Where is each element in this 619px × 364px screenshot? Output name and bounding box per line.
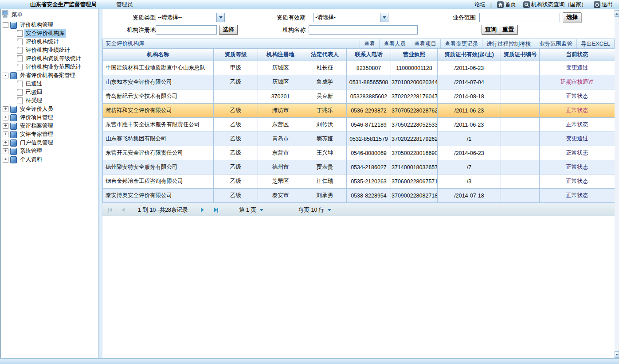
folder-icon bbox=[10, 106, 17, 113]
table-row[interactable]: 山东知本安全评价有限公司乙级历城区鲁成学0531-885655083701002… bbox=[103, 75, 615, 89]
sidebar-item[interactable]: +门户信息管理 bbox=[1, 139, 99, 147]
column-header[interactable]: 机构注册地 bbox=[258, 49, 303, 61]
home-link[interactable]: 首页 bbox=[497, 1, 516, 8]
sidebar-item[interactable]: +安评专家管理 bbox=[1, 130, 99, 139]
sidebar-item[interactable]: -评价机构管理 bbox=[1, 21, 99, 29]
table-row[interactable]: 山东赛飞特集团有限公司乙级青岛市窦苏娅0532-8581157937020222… bbox=[103, 132, 615, 146]
sidebar-item[interactable]: 安全评价机构库 bbox=[1, 29, 99, 38]
page-icon bbox=[17, 39, 23, 45]
table-row[interactable]: 德州聚安特安全服务有限公司乙级德州市贾表贵0534-21860273714000… bbox=[103, 160, 615, 174]
license-cell: 370705228028762 bbox=[391, 104, 438, 118]
query-button[interactable]: 查询 bbox=[482, 25, 500, 35]
scroll-up-button[interactable] bbox=[615, 10, 619, 17]
expand-icon[interactable]: + bbox=[3, 106, 8, 112]
column-header[interactable]: 机构名称 bbox=[103, 49, 214, 61]
sidebar-item[interactable]: 已驳回 bbox=[1, 88, 99, 97]
toolbar-button[interactable]: 查看项目 bbox=[410, 39, 440, 48]
sidebar-item[interactable]: -外省评价机构备案管理 bbox=[1, 71, 99, 80]
expand-icon[interactable]: + bbox=[3, 132, 8, 137]
forum-link[interactable]: 论坛 bbox=[474, 1, 486, 8]
table-row[interactable]: 东营开元安全评价有限责任公司乙级东营市王兴坤0546-8080069370500… bbox=[103, 146, 615, 160]
scope-input[interactable] bbox=[479, 13, 560, 22]
status-cell: 变更通过 bbox=[540, 61, 615, 75]
license-cell: 371400018032657 bbox=[391, 160, 438, 174]
reg-place-cell: 东营区 bbox=[258, 118, 303, 132]
folder-icon bbox=[10, 131, 17, 138]
toolbar-button[interactable]: 查看人员 bbox=[379, 39, 410, 48]
column-header[interactable]: 联系人电话 bbox=[347, 49, 391, 61]
page-selector[interactable]: 第 1 页 bbox=[239, 203, 263, 217]
filter-validity-label: 资质有效期 bbox=[249, 13, 306, 22]
dropdown-button[interactable] bbox=[216, 13, 224, 22]
status-cell: 正常状态 bbox=[540, 118, 615, 132]
toolbar-button[interactable]: 导出EXCEL bbox=[576, 39, 614, 48]
filter-type-label: 资质类型 bbox=[111, 13, 156, 22]
folder-icon bbox=[10, 114, 17, 121]
scroll-down-button[interactable] bbox=[615, 351, 619, 358]
page-size-selector[interactable]: 每页 10 行 bbox=[298, 203, 331, 217]
expand-icon[interactable]: + bbox=[3, 140, 8, 146]
table-row[interactable]: 泰安博奥安全评价有限公司乙级泰安市刘承勇0538-822895437090022… bbox=[103, 189, 615, 203]
sidebar-item-label: 安全评价人员 bbox=[19, 105, 55, 113]
table-row[interactable]: 东营市胜丰安全技术服务有限责任公司乙级东营区刘传洪0546-8712189370… bbox=[103, 118, 615, 132]
reg-select-button[interactable]: 选择 bbox=[219, 25, 238, 35]
column-header[interactable]: 法定代表人 bbox=[303, 49, 347, 61]
toolbar-button[interactable]: 查看变更记录 bbox=[440, 39, 482, 48]
collapse-icon[interactable]: - bbox=[3, 22, 8, 28]
toolbar-button[interactable]: 进行过程控制考核 bbox=[482, 39, 535, 48]
sidebar-item[interactable]: +安全评价人员 bbox=[1, 105, 99, 113]
legal-rep-cell: 吴克新 bbox=[303, 89, 347, 104]
reg-place-input[interactable] bbox=[156, 25, 217, 35]
sidebar-item[interactable]: 评价机构业绩统计 bbox=[1, 46, 99, 54]
table-row[interactable]: 中国建筑材料工业地质勘查中心山东总队甲级历城区杜长征82350807110000… bbox=[103, 61, 615, 75]
license-cell: 370500228016690 bbox=[391, 146, 438, 160]
toolbar-button[interactable]: 查看 bbox=[360, 39, 379, 48]
filter-validity-select[interactable]: -请选择- bbox=[313, 13, 388, 22]
cert-no-cell bbox=[501, 89, 540, 104]
column-header[interactable]: 营业执照 bbox=[391, 49, 438, 61]
column-header[interactable]: 资质等级 bbox=[214, 49, 258, 61]
sidebar-item[interactable]: 评价机构统计 bbox=[1, 38, 99, 46]
expand-icon[interactable]: + bbox=[3, 148, 8, 154]
dropdown-button[interactable] bbox=[380, 13, 388, 22]
legal-rep-cell: 刘传洪 bbox=[303, 118, 347, 132]
status-query-link[interactable]: 机构状态查询（国家） bbox=[523, 1, 587, 8]
grade-cell: 乙级 bbox=[214, 104, 258, 118]
last-page-button[interactable] bbox=[214, 203, 218, 217]
sidebar-item[interactable]: 已通过 bbox=[1, 80, 99, 88]
reg-place-cell: 芝罘区 bbox=[258, 174, 303, 189]
license-cell: 370202228179262 bbox=[391, 132, 438, 146]
sidebar-item[interactable]: 待受理 bbox=[1, 97, 99, 105]
filter-type-select[interactable]: --请选择-- bbox=[156, 13, 225, 22]
column-header[interactable]: 资质证书有效(起/止) bbox=[438, 49, 501, 61]
sidebar-item[interactable]: +评价项目管理 bbox=[1, 113, 99, 122]
prev-page-button[interactable] bbox=[121, 203, 125, 217]
table-row[interactable]: 潍坊祥和安全评价有限公司乙级潍坊市丁兆乐0536-229387237070522… bbox=[103, 104, 615, 118]
column-header[interactable]: 当前状态 bbox=[540, 49, 615, 61]
reset-button[interactable]: 重置 bbox=[499, 25, 517, 35]
column-header[interactable]: 资质证书编号 bbox=[501, 49, 540, 61]
sidebar-item[interactable]: 评价机构资质等级统计 bbox=[1, 54, 99, 63]
next-page-button[interactable] bbox=[201, 203, 204, 217]
expand-icon[interactable]: + bbox=[3, 115, 8, 120]
sidebar-item-label: 安评档案管理 bbox=[19, 122, 55, 130]
sidebar-item[interactable]: +系统管理 bbox=[1, 147, 99, 155]
sidebar: 菜单 -评价机构管理安全评价机构库评价机构统计评价机构业绩统计评价机构资质等级统… bbox=[0, 9, 99, 359]
vertical-scrollbar[interactable] bbox=[615, 9, 619, 359]
table-row[interactable]: 烟台金邦冶金工程咨询有限公司乙级芝罘区江仁瑞0535-2120263370600… bbox=[103, 174, 615, 189]
collapse-icon[interactable]: - bbox=[3, 73, 8, 78]
cert-no-cell bbox=[501, 104, 540, 118]
first-page-button[interactable] bbox=[108, 203, 112, 217]
sidebar-item[interactable]: +个人资料 bbox=[1, 155, 99, 164]
scope-select-button[interactable]: 选择 bbox=[563, 12, 581, 22]
table-row[interactable]: 青岛新纪元安全技术有限公司370201吴克新053283885602370202… bbox=[103, 89, 615, 104]
status-cell: 正常状态 bbox=[540, 104, 615, 118]
sidebar-item[interactable]: 评价机构业务范围统计 bbox=[1, 63, 99, 71]
logout-link[interactable]: 退出 bbox=[594, 1, 613, 8]
page-icon bbox=[17, 97, 23, 104]
expand-icon[interactable]: + bbox=[3, 157, 8, 163]
org-name-input[interactable] bbox=[309, 25, 418, 35]
toolbar-button[interactable]: 业务范围监管 bbox=[535, 39, 576, 48]
sidebar-item[interactable]: +安评档案管理 bbox=[1, 122, 99, 130]
expand-icon[interactable]: + bbox=[3, 123, 8, 129]
